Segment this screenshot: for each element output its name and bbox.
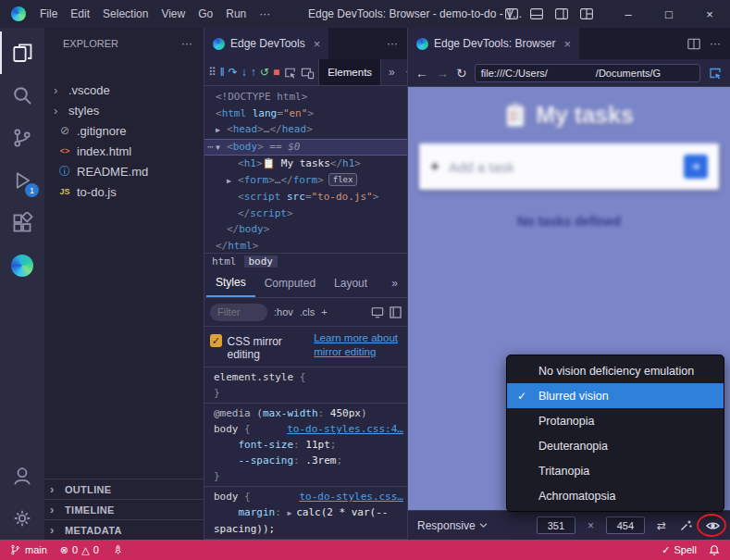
code-line[interactable]: <h1>📋 My tasks</h1> [204, 156, 407, 172]
overflow-dots-icon[interactable]: ⋯ [207, 139, 214, 156]
menu-selection[interactable]: Selection [96, 0, 155, 28]
sidebar-item-run-debug[interactable]: 1 [0, 159, 44, 202]
viewport-height-input[interactable] [606, 516, 645, 534]
outline-section[interactable]: › OUTLINE [44, 479, 204, 499]
screencast-icon[interactable] [301, 66, 315, 80]
code-line[interactable]: } [204, 468, 407, 484]
expand-arrow-icon[interactable]: ▶ [227, 173, 238, 190]
toggle-panel-icon[interactable] [530, 8, 543, 19]
code-line[interactable]: ▶<form>…</form>flex [204, 172, 407, 190]
minimize-button[interactable]: – [608, 0, 649, 28]
menu-view[interactable]: View [155, 0, 192, 28]
menu-item-blurred-vision[interactable]: ✓ Blurred vision [507, 383, 724, 408]
file-gitignore[interactable]: ⊘ .gitignore [44, 120, 204, 141]
back-button[interactable]: ← [415, 66, 428, 81]
sidebar-item-extensions[interactable] [0, 202, 44, 244]
file-to-do-js[interactable]: JS to-do.js [44, 181, 204, 202]
pause-icon[interactable]: ‖ [220, 66, 225, 79]
code-line[interactable]: <script src="to-do.js"> [204, 189, 407, 205]
manage-button[interactable] [0, 497, 44, 540]
computed-styles-icon[interactable] [371, 306, 384, 318]
inspect-element-icon[interactable] [283, 66, 297, 80]
menu-edit[interactable]: Edit [64, 0, 96, 28]
new-style-rule-icon[interactable]: + [321, 306, 327, 317]
spell-checker-indicator[interactable]: ✓ Spell [662, 544, 697, 556]
mirror-editing-learn-more-link[interactable]: Learn more about mirror editing [314, 331, 402, 359]
code-line[interactable]: </script> [204, 205, 407, 222]
code-line[interactable]: } [204, 385, 407, 401]
menu-item-tritanopia[interactable]: Tritanopia [507, 458, 724, 483]
drag-grip-icon[interactable]: ⠿ [208, 66, 217, 79]
code-line[interactable]: element.style { [204, 369, 407, 385]
sidebar-item-source-control[interactable] [0, 117, 44, 159]
menu-item-protanopia[interactable]: Protanopia [507, 408, 724, 433]
menu-item-no-emulation[interactable]: No vision deficiency emulation [507, 358, 724, 383]
css-mirror-checkbox[interactable]: ✓ [210, 334, 222, 347]
code-line[interactable]: font-size: 11pt; [204, 437, 407, 453]
stop-icon[interactable]: ■ [273, 66, 279, 79]
submit-task-button[interactable] [684, 155, 708, 179]
wand-icon[interactable] [678, 518, 693, 533]
device-mode-dropdown[interactable]: Responsive [417, 519, 488, 532]
toggle-sidebar-icon[interactable] [505, 8, 518, 19]
code-line[interactable]: --spacing: .3rem; [204, 453, 407, 468]
tab-layout[interactable]: Layout [325, 269, 377, 297]
menu-go[interactable]: Go [192, 0, 219, 28]
branch-indicator[interactable]: main [9, 543, 47, 556]
accounts-button[interactable] [0, 454, 44, 497]
menu-run[interactable]: Run [219, 0, 253, 28]
menu-file[interactable]: File [33, 0, 64, 28]
code-line[interactable]: ⋯▼<body> == $0 [204, 139, 407, 156]
reload-button[interactable]: ↻ [456, 66, 467, 81]
tab-edge-devtools-browser[interactable]: Edge DevTools: Browser × [408, 28, 579, 59]
menu-item-deuteranopia[interactable]: Deuteranopia [507, 433, 724, 458]
inspect-icon[interactable] [708, 66, 723, 81]
folder-styles[interactable]: › styles [44, 100, 204, 120]
more-actions-icon[interactable]: ··· [710, 37, 721, 50]
rotate-viewport-icon[interactable]: ⇄ [657, 519, 666, 532]
file-index-html[interactable]: <> index.html [44, 141, 204, 161]
code-line[interactable]: margin: ▶ calc(2 * var(--spacing)); [204, 504, 407, 537]
customize-layout-icon[interactable] [580, 8, 593, 19]
file-readme-md[interactable]: ⓘ README.md [44, 161, 204, 181]
more-actions-icon[interactable]: ··· [387, 37, 398, 50]
expand-arrow-icon[interactable]: ▼ [216, 140, 227, 156]
restart-icon[interactable]: ↺ [260, 66, 269, 79]
tab-styles[interactable]: Styles [206, 269, 255, 297]
code-line[interactable]: </html> [204, 238, 407, 254]
viewport-width-input[interactable] [537, 516, 575, 534]
code-line[interactable]: body {to-do-styles.css:4… [204, 421, 407, 437]
maximize-button[interactable]: □ [649, 0, 689, 28]
menu-overflow[interactable]: ··· [253, 0, 277, 28]
breadcrumb-html[interactable]: html [212, 255, 237, 268]
folder-vscode[interactable]: › .vscode [44, 80, 204, 100]
expand-arrow-icon[interactable]: ▶ [216, 122, 227, 139]
stylesheet-link[interactable]: to-do-styles.css:4… [287, 421, 403, 437]
code-line[interactable]: ▶<head>…</head> [204, 121, 407, 139]
explorer-more-actions[interactable]: ··· [181, 37, 192, 50]
tab-computed[interactable]: Computed [255, 269, 325, 297]
flex-badge[interactable]: flex [328, 173, 358, 186]
stylesheet-link[interactable]: to-do-styles.css… [299, 489, 403, 504]
forward-button[interactable]: → [436, 66, 449, 81]
pseudo-state-button[interactable]: :hov [274, 306, 293, 317]
code-line[interactable]: <!DOCTYPE html> [204, 89, 407, 106]
code-line[interactable]: @media (max-width: 450px) [204, 405, 407, 421]
sidebar-item-explorer[interactable] [0, 31, 44, 74]
problems-indicator[interactable]: ⊗ 0 △ 0 [60, 544, 99, 556]
step-into-icon[interactable]: ↓ [241, 66, 247, 79]
close-tab-icon[interactable]: × [563, 37, 571, 51]
menu-item-achromatopsia[interactable]: Achromatopsia [507, 483, 724, 508]
url-bar[interactable]: file:///C:/Users/ /Documents/G [475, 64, 700, 82]
tab-edge-devtools[interactable]: Edge DevTools × [204, 28, 328, 59]
toggle-secondary-sidebar-icon[interactable] [555, 8, 568, 19]
metadata-section[interactable]: › METADATA [44, 519, 204, 540]
step-over-icon[interactable]: ↷ [229, 66, 238, 79]
code-line[interactable]: body {to-do-styles.css… [204, 489, 407, 504]
styles-filter-input[interactable] [210, 304, 267, 321]
more-tabs-icon[interactable]: » [385, 66, 399, 79]
add-task-field[interactable]: + Add a task [419, 143, 719, 190]
split-editor-icon[interactable] [687, 38, 700, 50]
code-line[interactable]: </body> [204, 221, 407, 238]
breadcrumb-body[interactable]: body [244, 255, 278, 268]
